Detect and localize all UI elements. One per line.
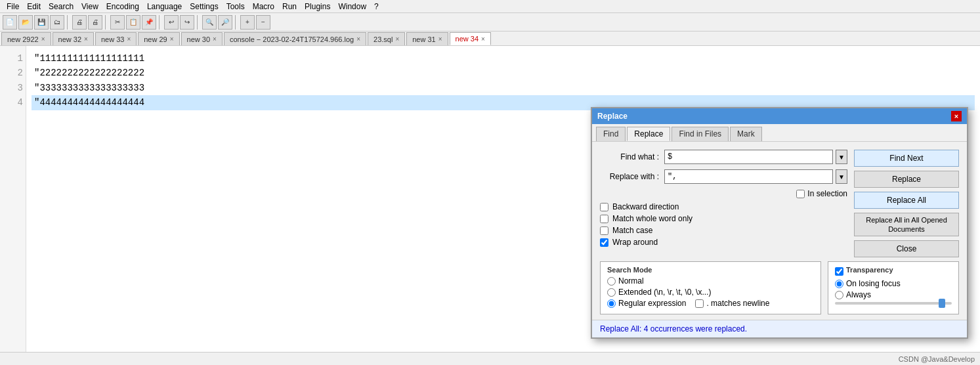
replace-with-dropdown[interactable]: ▼ (836, 169, 847, 184)
tab-close[interactable]: × (170, 35, 174, 43)
menu-file[interactable]: File (3, 1, 23, 12)
tab-new2922[interactable]: new 2922 × (1, 32, 51, 45)
menu-window[interactable]: Window (334, 1, 370, 12)
tb-open[interactable]: 📂 (18, 15, 33, 30)
in-selection-label[interactable]: In selection (807, 189, 847, 198)
tab-close[interactable]: × (127, 35, 131, 43)
wrap-around-label[interactable]: Wrap around (612, 238, 658, 247)
tab-new32[interactable]: new 32 × (53, 32, 94, 45)
find-input-wrapper: ▼ (664, 150, 847, 164)
dialog-close-button[interactable]: × (951, 111, 962, 121)
tb-zoom-in[interactable]: + (240, 15, 255, 30)
tb-find[interactable]: 🔍 (202, 15, 217, 30)
dialog-tab-mark[interactable]: Mark (730, 127, 762, 141)
menu-view[interactable]: View (77, 1, 102, 12)
tab-new34[interactable]: new 34 × (450, 32, 491, 45)
menu-plugins[interactable]: Plugins (301, 1, 334, 12)
regex-label[interactable]: Regular expression (618, 299, 686, 308)
match-case-checkbox[interactable] (600, 226, 608, 235)
tb-saveall[interactable]: 🗂 (50, 15, 64, 30)
matches-newline-label[interactable]: . matches newline (706, 299, 769, 308)
tb-paste[interactable]: 📌 (142, 15, 156, 30)
on-losing-focus-label[interactable]: On losing focus (846, 279, 901, 288)
extended-radio[interactable] (607, 288, 616, 297)
tab-label: new 34 (456, 35, 479, 43)
tab-close[interactable]: × (481, 35, 485, 43)
tab-close[interactable]: × (213, 35, 217, 43)
backward-direction-checkbox[interactable] (600, 203, 608, 211)
transparency-checkbox[interactable] (835, 267, 843, 276)
always-label[interactable]: Always (846, 290, 871, 299)
tb-new[interactable]: 📄 (3, 15, 17, 30)
find-what-input[interactable] (664, 150, 833, 164)
tb-undo[interactable]: ↩ (164, 15, 179, 30)
tab-close[interactable]: × (41, 35, 45, 43)
matches-newline-checkbox[interactable] (695, 299, 704, 308)
backward-direction-label[interactable]: Backward direction (612, 202, 679, 211)
tb-sep4 (197, 15, 200, 30)
dialog-tab-find-in-files[interactable]: Find in Files (671, 127, 729, 141)
tb-sep1 (67, 15, 70, 30)
toolbar: 📄 📂 💾 🗂 🖨 🖨 ✂ 📋 📌 ↩ ↪ 🔍 🔎 + − (0, 13, 980, 32)
on-losing-focus-radio[interactable] (835, 280, 843, 288)
status-message-text: Replace All: 4 occurrences were replaced… (600, 324, 747, 333)
tab-close[interactable]: × (356, 35, 360, 43)
dialog-tabs: Find Replace Find in Files Mark (592, 124, 967, 142)
tab-label: console − 2023-02-24T175724.966.log (230, 35, 354, 43)
extended-label[interactable]: Extended (\n, \r, \t, \0, \x...) (618, 288, 711, 297)
dialog-tab-replace[interactable]: Replace (627, 127, 670, 141)
tb-redo[interactable]: ↪ (180, 15, 194, 30)
status-message: Replace All: 4 occurrences were replaced… (592, 320, 967, 337)
tab-23sql[interactable]: 23.sql × (368, 32, 405, 45)
tab-new29[interactable]: new 29 × (138, 32, 179, 45)
find-next-button[interactable]: Find Next (854, 150, 959, 167)
in-selection-checkbox[interactable] (796, 190, 805, 198)
tab-console[interactable]: console − 2023-02-24T175724.966.log × (224, 32, 366, 45)
tb-zoom-out[interactable]: − (256, 15, 270, 30)
menu-settings[interactable]: Settings (186, 1, 222, 12)
replace-all-docs-button[interactable]: Replace All in All Opened Documents (854, 213, 959, 236)
menu-encoding[interactable]: Encoding (102, 1, 143, 12)
menu-search[interactable]: Search (45, 1, 77, 12)
wrap-around-checkbox[interactable] (600, 238, 608, 247)
replace-all-button[interactable]: Replace All (854, 192, 959, 209)
tb-cut[interactable]: ✂ (110, 15, 125, 30)
tb-print[interactable]: 🖨 (72, 15, 87, 30)
normal-label[interactable]: Normal (618, 276, 644, 286)
tb-save[interactable]: 💾 (34, 15, 49, 30)
find-what-dropdown[interactable]: ▼ (836, 150, 847, 164)
backward-direction-row: Backward direction (600, 202, 847, 211)
match-whole-word-label[interactable]: Match whole word only (612, 214, 692, 223)
tb-print2[interactable]: 🖨 (88, 15, 102, 30)
tab-new31[interactable]: new 31 × (406, 32, 448, 45)
transparency-slider-track (835, 302, 952, 305)
menu-help[interactable]: ? (370, 1, 383, 12)
always-radio[interactable] (835, 291, 843, 299)
replace-with-input[interactable] (664, 169, 833, 184)
match-case-row: Match case (600, 226, 847, 235)
status-text: CSDN @Java&Develop (899, 355, 975, 363)
replace-with-label: Replace with : (600, 172, 659, 181)
menu-language[interactable]: Language (143, 1, 186, 12)
replace-input-wrapper: ▼ (664, 169, 847, 184)
replace-button[interactable]: Replace (854, 171, 959, 188)
tb-copy[interactable]: 📋 (126, 15, 140, 30)
menu-edit[interactable]: Edit (23, 1, 45, 12)
tab-new30[interactable]: new 30 × (181, 32, 223, 45)
normal-radio[interactable] (607, 277, 616, 286)
transparency-slider-thumb[interactable] (939, 299, 945, 308)
close-button[interactable]: Close (854, 240, 959, 257)
tab-new33[interactable]: new 33 × (95, 32, 137, 45)
tab-close[interactable]: × (395, 35, 399, 43)
menu-run[interactable]: Run (278, 1, 301, 12)
match-whole-word-checkbox[interactable] (600, 215, 608, 223)
menu-tools[interactable]: Tools (223, 1, 249, 12)
transparency-title[interactable]: Transparency (846, 266, 893, 274)
menu-macro[interactable]: Macro (249, 1, 278, 12)
regex-radio[interactable] (607, 299, 616, 308)
tb-find2[interactable]: 🔎 (218, 15, 232, 30)
tab-close[interactable]: × (438, 35, 442, 43)
tab-close[interactable]: × (84, 35, 88, 43)
dialog-tab-find[interactable]: Find (596, 127, 626, 141)
match-case-label[interactable]: Match case (612, 226, 652, 235)
